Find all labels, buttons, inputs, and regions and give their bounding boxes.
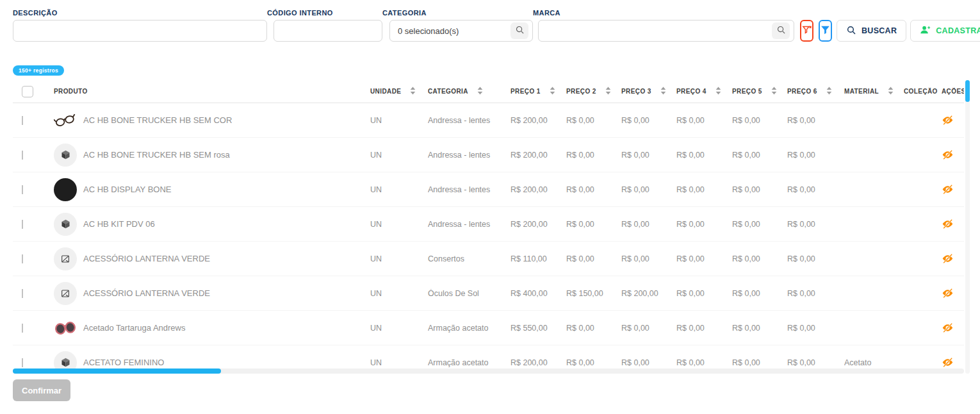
preco4-cell: R$ 0,00 bbox=[676, 324, 732, 333]
table-row: AC HB BONE TRUCKER HB SEM rosa UN Andres… bbox=[13, 138, 964, 172]
categoria-cell: Armação acetato bbox=[428, 324, 510, 333]
preco6-cell: R$ 0,00 bbox=[787, 185, 844, 194]
unidade-cell: UN bbox=[370, 151, 428, 160]
eye-slash-icon[interactable] bbox=[942, 287, 964, 299]
column-header-unidade[interactable]: UNIDADE bbox=[370, 87, 428, 96]
column-header-preco6[interactable]: PREÇO 6 bbox=[787, 87, 844, 96]
table-row: ACETATO FEMININO UN Armação acetato R$ 2… bbox=[13, 345, 964, 368]
cube-icon bbox=[54, 351, 77, 369]
eye-slash-icon[interactable] bbox=[942, 253, 964, 265]
preco3-cell: R$ 0,00 bbox=[621, 151, 676, 160]
product-image bbox=[54, 213, 77, 236]
unidade-cell: UN bbox=[370, 220, 428, 229]
preco3-cell: R$ 0,00 bbox=[621, 254, 676, 263]
column-header-preco5[interactable]: PREÇO 5 bbox=[732, 87, 787, 96]
preco1-cell: R$ 550,00 bbox=[510, 324, 566, 333]
table-body: AC HB BONE TRUCKER HB SEM COR UN Andress… bbox=[13, 103, 964, 368]
column-header-colecao[interactable]: COLEÇÃO bbox=[904, 88, 942, 95]
preco5-cell: R$ 0,00 bbox=[732, 116, 787, 125]
buscar-button[interactable]: BUSCAR bbox=[837, 20, 906, 42]
produto-cell: Acetado Tartaruga Andrews bbox=[54, 317, 370, 340]
column-header-label: AÇÕES bbox=[942, 88, 964, 95]
codigo-interno-label: CÓDIGO INTERNO bbox=[267, 9, 382, 17]
acoes-cell bbox=[942, 253, 964, 265]
row-checkbox[interactable] bbox=[22, 358, 23, 367]
categoria-select[interactable]: 0 selecionado(s) bbox=[389, 20, 533, 42]
categoria-selected-value: 0 selecionado(s) bbox=[398, 26, 510, 36]
acoes-cell bbox=[942, 149, 964, 161]
row-checkbox[interactable] bbox=[22, 185, 23, 194]
product-name: AC HB BONE TRUCKER HB SEM rosa bbox=[83, 150, 230, 160]
categoria-cell: Andressa - lentes bbox=[428, 151, 510, 160]
column-header-preco4[interactable]: PREÇO 4 bbox=[676, 87, 732, 96]
filter-group-categoria: CATEGORIA 0 selecionado(s) bbox=[382, 9, 533, 42]
vertical-scrollbar-thumb[interactable] bbox=[965, 80, 970, 102]
column-header-label: MATERIAL bbox=[844, 88, 879, 95]
preco4-cell: R$ 0,00 bbox=[676, 220, 732, 229]
sort-icon[interactable] bbox=[477, 87, 483, 96]
select-all-checkbox[interactable] bbox=[22, 86, 33, 97]
eye-slash-icon[interactable] bbox=[942, 218, 964, 230]
eyeglasses-photo bbox=[54, 109, 77, 132]
marca-input[interactable] bbox=[546, 26, 772, 36]
marca-search-button[interactable] bbox=[772, 22, 790, 39]
descricao-input[interactable] bbox=[21, 26, 263, 36]
column-header-material[interactable]: MATERIAL bbox=[844, 87, 904, 96]
preco5-cell: R$ 0,00 bbox=[732, 254, 787, 263]
categoria-search-button[interactable] bbox=[510, 22, 528, 39]
categoria-cell: Andressa - lentes bbox=[428, 185, 510, 194]
clear-filter-button[interactable] bbox=[800, 20, 813, 42]
cadastrar-button[interactable]: CADASTRAR bbox=[910, 20, 980, 42]
table-row: Acetado Tartaruga Andrews UN Armação ace… bbox=[13, 311, 964, 345]
eye-slash-icon[interactable] bbox=[942, 322, 964, 334]
eye-slash-icon[interactable] bbox=[942, 149, 964, 161]
preco5-cell: R$ 0,00 bbox=[732, 289, 787, 298]
product-name: ACESSÓRIO LANTERNA VERDE bbox=[83, 254, 210, 263]
column-header-categoria[interactable]: CATEGORIA bbox=[428, 87, 510, 96]
table-row: ACESSÓRIO LANTERNA VERDE UN Consertos R$… bbox=[13, 242, 964, 276]
column-header-acoes[interactable]: AÇÕES bbox=[942, 88, 964, 95]
row-checkbox[interactable] bbox=[22, 116, 23, 125]
column-header-produto[interactable]: PRODUTO bbox=[54, 88, 370, 95]
sort-icon[interactable] bbox=[715, 87, 721, 96]
categoria-cell: Andressa - lentes bbox=[428, 116, 510, 125]
product-name: AC HB DISPLAY BONE bbox=[83, 185, 172, 194]
row-checkbox[interactable] bbox=[22, 324, 23, 333]
eye-slash-icon[interactable] bbox=[942, 114, 964, 126]
column-header-label: PREÇO 4 bbox=[676, 88, 706, 95]
material-cell: Acetato bbox=[844, 358, 904, 367]
column-header-preco2[interactable]: PREÇO 2 bbox=[566, 87, 621, 96]
preco2-cell: R$ 0,00 bbox=[566, 324, 621, 333]
eye-slash-icon[interactable] bbox=[942, 356, 964, 368]
horizontal-scrollbar-thumb[interactable] bbox=[13, 368, 221, 374]
product-name: ACETATO FEMININO bbox=[83, 358, 164, 367]
sort-icon[interactable] bbox=[550, 87, 555, 96]
sort-icon[interactable] bbox=[888, 87, 894, 96]
column-header-preco1[interactable]: PREÇO 1 bbox=[510, 87, 566, 96]
horizontal-scrollbar[interactable] bbox=[13, 368, 964, 374]
eye-slash-icon[interactable] bbox=[942, 183, 964, 195]
categoria-cell: Consertos bbox=[428, 254, 510, 263]
filter-button[interactable] bbox=[819, 20, 832, 42]
codigo-interno-input[interactable] bbox=[282, 26, 378, 36]
row-checkbox[interactable] bbox=[22, 254, 23, 263]
table-row: AC HB KIT PDV 06 UN Andressa - lentes R$… bbox=[13, 207, 964, 242]
sort-icon[interactable] bbox=[660, 87, 666, 96]
row-checkbox[interactable] bbox=[22, 220, 23, 229]
vertical-scrollbar[interactable] bbox=[965, 80, 970, 374]
sort-icon[interactable] bbox=[771, 87, 777, 96]
buscar-label: BUSCAR bbox=[862, 26, 897, 35]
column-header-preco3[interactable]: PREÇO 3 bbox=[621, 87, 676, 96]
confirmar-button[interactable]: Confirmar bbox=[13, 379, 70, 401]
preco4-cell: R$ 0,00 bbox=[676, 185, 732, 194]
preco2-cell: R$ 0,00 bbox=[566, 151, 621, 160]
cube-icon bbox=[54, 213, 77, 236]
preco1-cell: R$ 110,00 bbox=[510, 254, 566, 263]
sort-icon[interactable] bbox=[826, 87, 832, 96]
row-checkbox[interactable] bbox=[22, 151, 23, 160]
sort-icon[interactable] bbox=[410, 87, 416, 96]
preco4-cell: R$ 0,00 bbox=[676, 116, 732, 125]
sort-icon[interactable] bbox=[605, 87, 611, 96]
product-image bbox=[54, 317, 77, 340]
row-checkbox[interactable] bbox=[22, 289, 23, 298]
